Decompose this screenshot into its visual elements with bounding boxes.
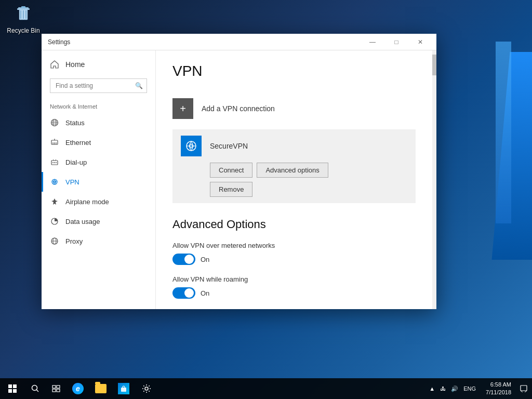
taskbar-clock[interactable]: 6:58 AM 7/11/2018 bbox=[482, 381, 515, 397]
sidebar: Home 🔍 Network & Internet bbox=[42, 50, 156, 309]
sidebar-item-proxy[interactable]: Proxy bbox=[42, 231, 155, 251]
tray-volume-icon[interactable]: 🔊 bbox=[449, 385, 460, 392]
desktop-accent bbox=[470, 0, 532, 399]
svg-point-18 bbox=[52, 162, 54, 163]
svg-point-40 bbox=[145, 387, 148, 390]
start-square-1 bbox=[8, 384, 12, 388]
add-vpn-button[interactable]: + Add a VPN connection bbox=[172, 92, 416, 125]
main-content: VPN + Add a VPN connection bbox=[156, 50, 432, 309]
dialup-label: Dial-up bbox=[65, 158, 87, 166]
metered-toggle-state: On bbox=[201, 256, 209, 263]
recycle-bin-graphic bbox=[13, 4, 34, 25]
taskbar-store-button[interactable] bbox=[112, 378, 135, 399]
tray-network-icon[interactable]: 🖧 bbox=[438, 385, 447, 392]
sidebar-home[interactable]: Home bbox=[42, 55, 155, 74]
window-titlebar: Settings — □ ✕ bbox=[42, 34, 436, 50]
vpn-connection-icon bbox=[185, 140, 197, 152]
start-square-3 bbox=[8, 389, 12, 393]
task-view-icon bbox=[52, 384, 60, 393]
metered-networks-toggle[interactable] bbox=[172, 254, 195, 265]
taskbar-search-button[interactable] bbox=[25, 378, 46, 399]
page-title: VPN bbox=[172, 63, 416, 79]
proxy-label: Proxy bbox=[65, 237, 83, 245]
vpn-action-buttons: Connect Advanced options bbox=[181, 163, 407, 178]
ethernet-label: Ethernet bbox=[65, 139, 91, 147]
home-label: Home bbox=[65, 60, 85, 69]
proxy-icon bbox=[50, 236, 59, 246]
sidebar-item-status[interactable]: Status bbox=[42, 113, 155, 132]
taskbar-search-icon bbox=[31, 384, 39, 393]
datausage-label: Data usage bbox=[65, 218, 100, 225]
sidebar-item-datausage[interactable]: Data usage bbox=[42, 211, 155, 231]
advanced-options-button[interactable]: Advanced options bbox=[257, 163, 328, 178]
status-label: Status bbox=[65, 119, 85, 127]
metered-networks-label: Allow VPN over metered networks bbox=[172, 242, 416, 249]
taskbar-explorer-button[interactable] bbox=[89, 378, 112, 399]
sidebar-item-ethernet[interactable]: Ethernet bbox=[42, 132, 155, 152]
window-controls: — □ ✕ bbox=[361, 34, 432, 50]
status-icon bbox=[50, 118, 59, 127]
recycle-bin-label: Recycle Bin bbox=[7, 27, 39, 34]
svg-rect-36 bbox=[57, 385, 60, 388]
advanced-options-section: Advanced Options Allow VPN over metered … bbox=[172, 218, 416, 299]
taskbar: e ▲ 🖧 🔊 ENG bbox=[0, 378, 532, 399]
window-body: Home 🔍 Network & Internet bbox=[42, 50, 436, 309]
tray-up-arrow[interactable]: ▲ bbox=[428, 385, 436, 392]
dialup-icon bbox=[50, 157, 59, 167]
roaming-toggle-state: On bbox=[201, 289, 209, 297]
vpn-item-securevpn: SecureVPN Connect Advanced options Remov… bbox=[172, 129, 416, 203]
scrollbar-thumb[interactable] bbox=[432, 55, 436, 75]
datausage-icon bbox=[50, 217, 59, 226]
start-icon bbox=[8, 384, 17, 393]
svg-rect-37 bbox=[52, 389, 56, 392]
minimize-button[interactable]: — bbox=[361, 34, 384, 50]
svg-point-20 bbox=[56, 162, 57, 163]
settings-gear-icon bbox=[142, 384, 151, 393]
task-view-button[interactable] bbox=[46, 378, 66, 399]
taskbar-edge-button[interactable]: e bbox=[66, 378, 89, 399]
svg-rect-41 bbox=[521, 385, 527, 391]
sidebar-item-vpn[interactable]: VPN bbox=[42, 172, 155, 192]
roaming-toggle-thumb bbox=[184, 288, 194, 298]
scrollbar[interactable] bbox=[432, 50, 436, 309]
svg-rect-2 bbox=[17, 8, 30, 10]
remove-button[interactable]: Remove bbox=[210, 182, 252, 197]
start-button[interactable] bbox=[0, 378, 25, 399]
metered-networks-toggle-row: Allow VPN over metered networks On bbox=[172, 242, 416, 265]
roaming-toggle-row: Allow VPN while roaming On bbox=[172, 275, 416, 299]
vpn-label: VPN bbox=[65, 178, 79, 186]
desktop: Recycle Bin Settings — □ ✕ Ho bbox=[0, 0, 532, 399]
sidebar-item-dialup[interactable]: Dial-up bbox=[42, 152, 155, 172]
add-vpn-label: Add a VPN connection bbox=[202, 104, 275, 113]
metered-networks-control: On bbox=[172, 254, 416, 265]
taskbar-tray: ▲ 🖧 🔊 ENG bbox=[428, 378, 482, 399]
add-icon: + bbox=[172, 98, 193, 119]
search-input[interactable] bbox=[50, 78, 147, 93]
recycle-bin-icon[interactable]: Recycle Bin bbox=[5, 4, 42, 34]
sidebar-item-airplane[interactable]: Airplane mode bbox=[42, 192, 155, 211]
vpn-item-header: SecureVPN bbox=[181, 136, 407, 156]
ethernet-icon bbox=[50, 138, 59, 147]
airplane-label: Airplane mode bbox=[65, 198, 109, 206]
taskbar-settings-button[interactable] bbox=[135, 378, 158, 399]
roaming-control: On bbox=[172, 287, 416, 299]
folder-icon bbox=[95, 384, 107, 393]
start-square-2 bbox=[13, 384, 17, 388]
store-bag-icon bbox=[120, 385, 127, 392]
sidebar-search-container: 🔍 bbox=[50, 78, 147, 93]
vpn-sidebar-icon bbox=[50, 177, 59, 187]
start-square-4 bbox=[13, 389, 17, 393]
maximize-button[interactable]: □ bbox=[384, 34, 408, 50]
search-icon: 🔍 bbox=[135, 82, 143, 89]
tray-language[interactable]: ENG bbox=[462, 385, 477, 392]
home-icon bbox=[50, 60, 59, 69]
svg-rect-35 bbox=[52, 385, 56, 388]
connect-button[interactable]: Connect bbox=[210, 163, 252, 178]
close-button[interactable]: ✕ bbox=[408, 34, 432, 50]
clock-date: 7/11/2018 bbox=[486, 389, 511, 396]
svg-line-34 bbox=[36, 390, 38, 392]
roaming-toggle[interactable] bbox=[172, 287, 195, 299]
advanced-options-title: Advanced Options bbox=[172, 218, 416, 231]
vpn-remove-row: Remove bbox=[181, 182, 407, 197]
notification-button[interactable] bbox=[515, 378, 532, 399]
